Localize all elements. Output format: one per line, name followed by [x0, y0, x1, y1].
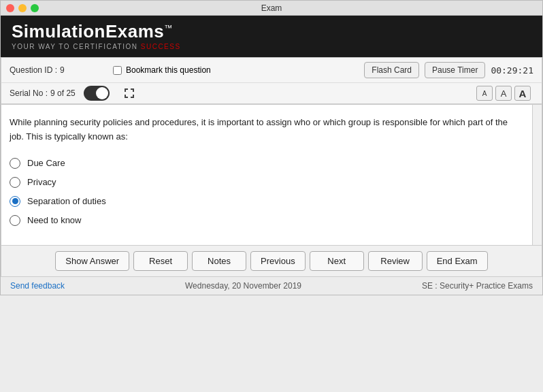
meta-bar-2: Serial No : 9 of 25 A A A [1, 82, 542, 104]
pause-timer-button[interactable]: Pause Timer [425, 62, 485, 78]
serial-value: 9 of 25 [50, 88, 76, 98]
radio-separation [10, 196, 20, 207]
option-label-privacy: Privacy [27, 177, 56, 187]
font-small-button[interactable]: A [476, 86, 493, 101]
reset-button[interactable]: Reset [133, 251, 188, 271]
review-button[interactable]: Review [368, 251, 423, 271]
question-id-group: Question ID : 9 [10, 65, 91, 75]
bookmark-area[interactable]: Bookmark this question [113, 65, 211, 75]
option-due-care[interactable]: Due Care [10, 158, 524, 169]
question-text: While planning security policies and pro… [10, 116, 524, 144]
footer-brand: SE : Security+ Practice Exams [422, 281, 533, 291]
toggle-switch[interactable] [84, 86, 110, 101]
meta-bar: Question ID : 9 Bookmark this question F… [1, 57, 542, 82]
radio-due-care [10, 158, 20, 169]
font-size-buttons: A A A [476, 86, 531, 101]
font-large-button[interactable]: A [514, 86, 531, 101]
traffic-lights [6, 4, 39, 12]
timer-display: 00:29:21 [491, 65, 533, 76]
brand-name: SimulationExams™ [12, 21, 173, 42]
footer-date: Wednesday, 20 November 2019 [185, 281, 301, 291]
radio-privacy [10, 177, 20, 188]
question-id-row: Question ID : 9 [10, 65, 91, 75]
question-id-value: 9 [60, 65, 65, 75]
minimize-button[interactable] [18, 4, 27, 12]
bookmark-checkbox[interactable] [113, 66, 122, 75]
previous-button[interactable]: Previous [250, 251, 306, 271]
send-feedback-link[interactable]: Send feedback [10, 281, 65, 291]
bottom-toolbar: Show Answer Reset Notes Previous Next Re… [1, 246, 542, 277]
toggle-knob [96, 87, 108, 99]
serial-info: Serial No : 9 of 25 [10, 88, 76, 98]
titlebar: Exam [1, 1, 542, 16]
option-privacy[interactable]: Privacy [10, 177, 524, 188]
options-list: Due Care Privacy Separation of duties [10, 158, 524, 226]
fullscreen-icon[interactable] [123, 87, 135, 99]
window-title: Exam [261, 3, 282, 13]
question-wrapper: While planning security policies and pro… [1, 104, 542, 246]
option-need-to-know[interactable]: Need to know [10, 215, 524, 226]
close-button[interactable] [6, 4, 14, 12]
question-id-label: Question ID : [10, 65, 57, 75]
meta-controls: Flash Card Pause Timer 00:29:21 [364, 62, 533, 78]
radio-inner-separation [12, 198, 18, 204]
font-medium-button[interactable]: A [495, 86, 512, 101]
question-content: While planning security policies and pro… [1, 105, 532, 245]
show-answer-button[interactable]: Show Answer [55, 251, 129, 271]
option-label-need-to-know: Need to know [27, 215, 82, 225]
end-exam-button[interactable]: End Exam [427, 251, 488, 271]
next-button[interactable]: Next [310, 251, 364, 271]
brand-bar: SimulationExams™ YOUR WAY TO CERTIFICATI… [1, 16, 542, 57]
maximize-button[interactable] [31, 4, 39, 12]
bookmark-label: Bookmark this question [126, 65, 211, 75]
footer: Send feedback Wednesday, 20 November 201… [1, 277, 542, 295]
radio-need-to-know [10, 215, 20, 226]
notes-button[interactable]: Notes [192, 251, 246, 271]
question-scrollbar[interactable] [532, 105, 542, 245]
brand-tagline: YOUR WAY TO CERTIFICATION SUCCESS [12, 43, 181, 50]
option-label-separation: Separation of duties [27, 196, 106, 206]
serial-label: Serial No : [10, 88, 48, 98]
option-separation[interactable]: Separation of duties [10, 196, 524, 207]
option-label-due-care: Due Care [27, 158, 65, 168]
flash-card-button[interactable]: Flash Card [364, 62, 419, 78]
